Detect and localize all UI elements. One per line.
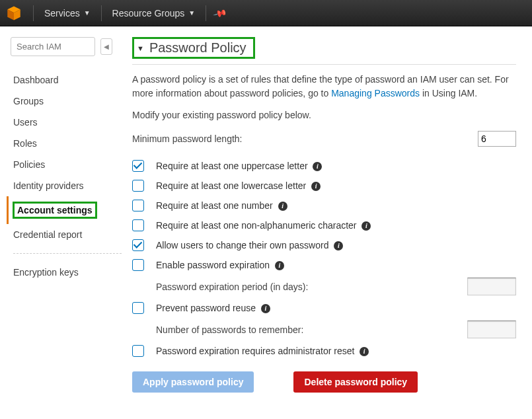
reuse-label: Prevent password reuse i [156,301,270,315]
sidebar-item-account-settings[interactable]: Account settings [7,196,124,224]
expiration-checkbox[interactable] [132,259,144,271]
subhead: Modify your existing password policy bel… [132,110,516,120]
reuse-checkbox[interactable] [132,302,144,314]
remember-count-label: Number of passwords to remember: [156,324,303,335]
main-content: ▼ Password Policy A password policy is a… [124,26,532,403]
sidebar-item-credential-report[interactable]: Credential report [11,224,124,245]
section-header: ▼ Password Policy [132,37,516,59]
section-collapse-icon[interactable]: ▼ [137,44,144,52]
info-icon[interactable]: i [361,221,371,231]
admin-reset-label: Password expiration requires administrat… [156,344,369,358]
sidebar-item-groups[interactable]: Groups [11,91,124,112]
uppercase-label: Require at least one uppercase letter i [156,159,322,173]
sidebar-item-identity-providers[interactable]: Identity providers [11,175,124,196]
lowercase-label: Require at least one lowercase letter i [156,178,321,193]
highlight-box: Account settings [13,202,97,219]
sidebar-item-roles[interactable]: Roles [11,133,124,154]
nonalpha-checkbox[interactable] [132,219,144,231]
info-icon[interactable]: i [360,347,369,356]
number-checkbox[interactable] [132,200,144,211]
sidebar-item-dashboard[interactable]: Dashboard [11,69,124,91]
delete-policy-button[interactable]: Delete password policy [293,371,418,393]
label-text: Password expiration requires administrat… [156,346,354,356]
sidebar: ◀ Dashboard Groups Users Roles Policies … [0,26,124,403]
info-icon[interactable]: i [278,202,287,211]
info-icon[interactable]: i [261,304,270,313]
nav-divider [206,5,206,21]
top-nav: Services ▼ Resource Groups ▼ 📌 [0,0,532,26]
label-text: Require at least one lowercase letter [156,180,306,191]
sidebar-item-policies[interactable]: Policies [11,154,124,175]
user-change-label: Allow users to change their own password… [156,238,343,252]
chevron-down-icon: ▼ [188,9,195,17]
uppercase-checkbox[interactable] [132,160,144,172]
pin-icon[interactable]: 📌 [212,5,227,20]
info-icon[interactable]: i [313,162,322,171]
nonalpha-label: Require at least one non-alphanumeric ch… [156,218,371,233]
policy-options-2: Prevent password reuse i [132,301,516,315]
lowercase-checkbox[interactable] [132,180,144,192]
highlight-box: ▼ Password Policy [132,37,255,59]
sidebar-item-users[interactable]: Users [11,112,124,133]
cube-icon[interactable] [5,5,22,22]
expiration-period-input[interactable] [467,278,516,295]
nav-list: Dashboard Groups Users Roles Policies Id… [11,69,124,245]
admin-reset-checkbox[interactable] [132,345,144,357]
label-text: Allow users to change their own password [156,240,328,250]
label-text: Require at least one number [156,200,273,211]
label-text: Require at least one uppercase letter [156,161,308,171]
resource-groups-menu[interactable]: Resource Groups ▼ [102,0,206,26]
user-change-checkbox[interactable] [132,239,144,251]
policy-options: Require at least one uppercase letter i … [132,159,516,272]
info-icon[interactable]: i [334,241,343,250]
managing-passwords-link[interactable]: Managing Passwords [331,88,420,98]
number-label: Require at least one number i [156,198,287,213]
description: A password policy is a set of rules that… [132,73,516,100]
sidebar-item-encryption-keys[interactable]: Encryption keys [11,262,124,283]
label-text: Prevent password reuse [156,303,256,313]
label-text: Enable password expiration [156,260,270,270]
title-rule [132,64,516,65]
min-length-input[interactable] [478,131,516,147]
search-input[interactable] [11,37,95,56]
desc-text-post: in Using IAM. [422,88,477,98]
info-icon[interactable]: i [275,261,284,270]
expiration-period-label: Password expiration period (in days): [156,282,308,292]
resource-groups-label: Resource Groups [112,8,185,19]
nav-list-2: Encryption keys [11,262,124,283]
expiration-label: Enable password expiration i [156,258,284,272]
services-menu[interactable]: Services ▼ [34,0,101,26]
collapse-sidebar-icon[interactable]: ◀ [100,38,112,55]
min-length-label: Minimum password length: [132,133,243,144]
info-icon[interactable]: i [311,182,321,191]
remember-count-input[interactable] [467,321,516,338]
services-label: Services [44,8,80,19]
apply-policy-button[interactable]: Apply password policy [132,371,254,393]
policy-options-3: Password expiration requires administrat… [132,344,516,358]
page-title: Password Policy [149,40,247,56]
label-text: Require at least one non-alphanumeric ch… [156,220,357,231]
nav-separator [13,253,122,254]
chevron-down-icon: ▼ [84,9,91,17]
